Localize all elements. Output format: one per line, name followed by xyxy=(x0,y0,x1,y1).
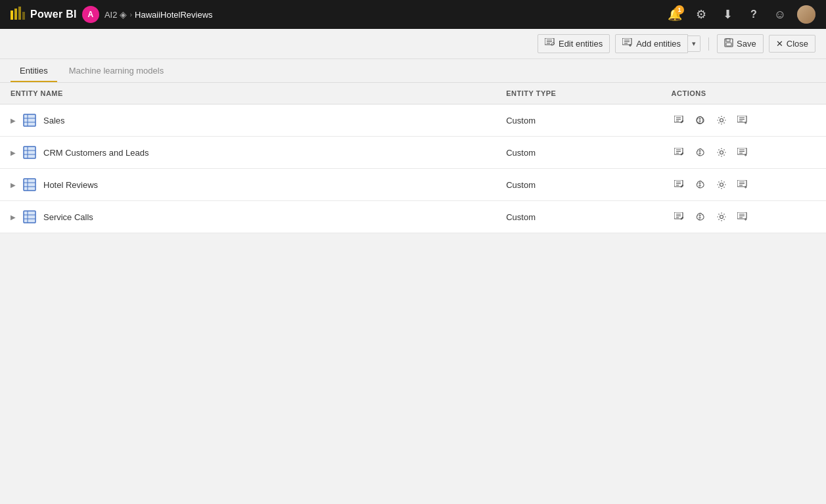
user-avatar xyxy=(797,5,815,24)
powerbi-title: Power BI xyxy=(30,9,77,20)
svg-point-27 xyxy=(720,119,723,122)
action-query-icon[interactable] xyxy=(672,112,687,128)
smiley-icon: ☺ xyxy=(774,8,786,22)
entity-name-hotel: Hotel Reviews xyxy=(43,180,98,190)
entity-name-cell: ▶ Hotel Reviews xyxy=(11,177,485,192)
svg-rect-0 xyxy=(11,11,13,20)
add-entities-label: Add entities xyxy=(636,39,681,49)
entity-name-cell: ▶ Service Calls xyxy=(11,210,485,224)
entity-type-hotel: Custom xyxy=(495,169,660,201)
svg-rect-32 xyxy=(24,147,35,158)
download-icon: ⬇ xyxy=(723,7,733,22)
diamond-icon: ◈ xyxy=(120,9,127,20)
edit-entities-label: Edit entities xyxy=(559,39,603,49)
entity-name-sales: Sales xyxy=(43,116,65,126)
tab-ml-models[interactable]: Machine learning models xyxy=(60,59,173,82)
action-brain-icon[interactable] xyxy=(693,177,708,193)
entity-table-container: ENTITY NAME ENTITY TYPE ACTIONS ▶ xyxy=(0,83,826,504)
close-button[interactable]: ✕ Close xyxy=(769,35,815,53)
tab-entities[interactable]: Entities xyxy=(11,59,57,82)
entity-table-icon xyxy=(22,145,37,160)
table-row: ▶ Sales Cust xyxy=(0,104,826,137)
table-header: ENTITY NAME ENTITY TYPE ACTIONS xyxy=(0,83,826,104)
content-area: Edit entities Add entities ▾ Save xyxy=(0,29,826,504)
svg-rect-46 xyxy=(24,179,35,191)
navbar-right: 🔔 1 ⚙ ⬇ ? ☺ xyxy=(663,3,818,26)
entity-table-icon xyxy=(22,210,37,224)
edit-entities-button[interactable]: Edit entities xyxy=(538,34,610,53)
help-icon: ? xyxy=(750,9,757,20)
entity-name-cell: ▶ Sales xyxy=(11,113,485,127)
actions-cell-service xyxy=(672,209,815,225)
action-brain-icon[interactable] xyxy=(693,112,708,128)
settings-icon: ⚙ xyxy=(696,7,706,22)
add-entities-button[interactable]: Add entities xyxy=(615,34,688,53)
feedback-button[interactable]: ☺ xyxy=(768,3,792,26)
navbar-left: Power BI A AI2 ◈ › HawaiiHotelReviews xyxy=(8,5,213,24)
breadcrumb-workspace: AI2 xyxy=(104,10,118,20)
powerbi-logo: Power BI xyxy=(8,5,77,24)
svg-point-69 xyxy=(720,216,723,219)
action-query-icon[interactable] xyxy=(672,145,687,160)
add-entities-icon xyxy=(622,38,633,49)
entity-name-crm: CRM Customers and Leads xyxy=(43,148,149,158)
breadcrumb-chevron: › xyxy=(129,11,132,18)
download-button[interactable]: ⬇ xyxy=(716,3,739,26)
actions-cell-crm xyxy=(672,145,815,160)
svg-rect-17 xyxy=(24,114,35,126)
expand-arrow-icon[interactable]: ▶ xyxy=(11,149,16,156)
table-row: ▶ CRM Customers and Leads xyxy=(0,137,826,169)
entity-type-crm: Custom xyxy=(495,137,660,169)
svg-rect-2 xyxy=(18,7,21,20)
save-label: Save xyxy=(737,39,756,49)
action-settings-icon[interactable] xyxy=(714,145,729,160)
entity-table: ENTITY NAME ENTITY TYPE ACTIONS ▶ xyxy=(0,83,826,233)
svg-point-41 xyxy=(720,151,723,154)
add-entities-dropdown-button[interactable]: ▾ xyxy=(688,35,700,52)
expand-arrow-icon[interactable]: ▶ xyxy=(11,117,16,124)
save-button[interactable]: Save xyxy=(717,34,764,53)
workspace-avatar[interactable]: A xyxy=(82,6,99,23)
help-button[interactable]: ? xyxy=(742,3,766,26)
table-row: ▶ Service Calls xyxy=(0,201,826,233)
save-icon xyxy=(724,38,733,49)
entity-type-sales: Custom xyxy=(495,104,660,137)
tabs-bar: Entities Machine learning models xyxy=(0,59,826,83)
col-header-entity-name: ENTITY NAME xyxy=(0,83,495,104)
action-query-icon[interactable] xyxy=(672,177,687,193)
svg-rect-16 xyxy=(726,43,731,46)
table-row: ▶ Hotel Reviews xyxy=(0,169,826,201)
action-settings-icon[interactable] xyxy=(714,112,729,128)
expand-arrow-icon[interactable]: ▶ xyxy=(11,181,16,189)
toolbar-divider xyxy=(708,37,709,51)
close-label: Close xyxy=(787,39,808,49)
expand-arrow-icon[interactable]: ▶ xyxy=(11,214,16,221)
chevron-down-icon: ▾ xyxy=(692,39,696,47)
add-entities-group: Add entities ▾ xyxy=(615,34,700,53)
action-settings-icon[interactable] xyxy=(714,209,729,225)
col-header-entity-type: ENTITY TYPE xyxy=(495,83,660,104)
navbar: Power BI A AI2 ◈ › HawaiiHotelReviews 🔔 … xyxy=(0,0,826,29)
edit-entities-icon xyxy=(545,38,555,49)
svg-rect-3 xyxy=(22,12,25,20)
action-linked-icon[interactable] xyxy=(735,209,750,225)
powerbi-logo-icon xyxy=(8,5,26,24)
action-brain-icon[interactable] xyxy=(693,209,708,225)
col-header-actions: ACTIONS xyxy=(661,83,826,104)
breadcrumb: AI2 ◈ › HawaiiHotelReviews xyxy=(104,9,213,20)
svg-rect-60 xyxy=(24,211,35,223)
action-linked-icon[interactable] xyxy=(735,112,750,128)
action-brain-icon[interactable] xyxy=(693,145,708,160)
action-linked-icon[interactable] xyxy=(735,145,750,160)
svg-point-55 xyxy=(720,183,723,187)
notification-button[interactable]: 🔔 1 xyxy=(663,3,687,26)
action-linked-icon[interactable] xyxy=(735,177,750,193)
entity-table-icon xyxy=(22,113,37,127)
user-profile-button[interactable] xyxy=(794,3,818,26)
action-settings-icon[interactable] xyxy=(714,177,729,193)
actions-cell-hotel xyxy=(672,177,815,193)
entity-table-icon xyxy=(22,177,37,192)
action-query-icon[interactable] xyxy=(672,209,687,225)
settings-button[interactable]: ⚙ xyxy=(689,3,713,26)
entity-name-cell: ▶ CRM Customers and Leads xyxy=(11,145,485,160)
